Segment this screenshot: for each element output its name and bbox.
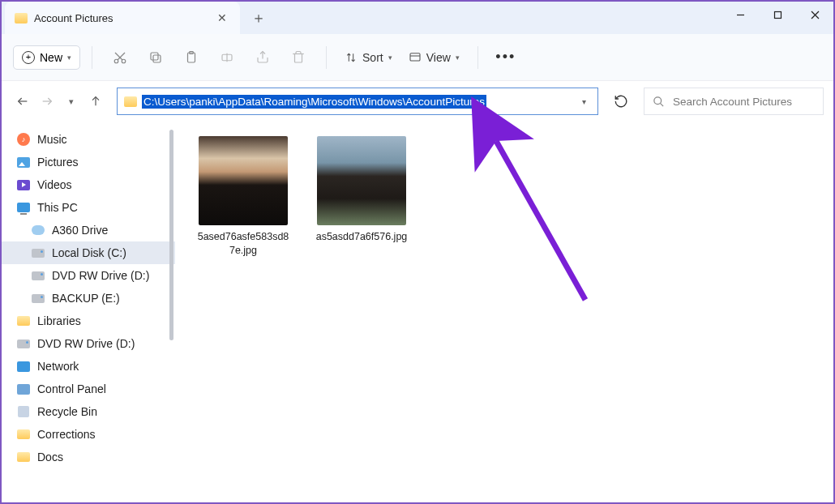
sidebar-item[interactable]: Videos xyxy=(2,173,175,196)
sidebar-item-label: Local Disk (C:) xyxy=(52,246,126,259)
sidebar-item[interactable]: Control Panel xyxy=(2,378,175,400)
thumbnail xyxy=(199,136,288,225)
up-button[interactable] xyxy=(84,88,107,114)
rename-icon xyxy=(220,50,234,65)
paste-button[interactable] xyxy=(175,43,208,72)
sidebar-item[interactable]: DVD RW Drive (D:) xyxy=(2,332,175,355)
maximize-button[interactable] xyxy=(759,2,796,28)
file-list: 5ased76asfe583sd87e.jpg as5asdd7a6f576.j… xyxy=(175,122,833,502)
refresh-button[interactable] xyxy=(605,88,637,115)
delete-icon xyxy=(291,50,306,65)
forward-button[interactable] xyxy=(36,88,58,114)
view-label: View xyxy=(426,51,451,64)
share-button[interactable] xyxy=(246,43,279,72)
sidebar-item[interactable]: Libraries xyxy=(2,310,175,332)
drive-icon xyxy=(16,336,31,351)
back-button[interactable] xyxy=(11,88,34,114)
sidebar-item-label: Music xyxy=(37,133,67,146)
search-icon xyxy=(653,96,665,108)
sidebar-item[interactable]: BACKUP (E:) xyxy=(2,287,175,310)
svg-rect-18 xyxy=(410,53,420,60)
sidebar-item[interactable]: ♪Music xyxy=(2,128,175,151)
address-dropdown-button[interactable]: ▾ xyxy=(577,97,591,106)
address-path: C:\Users\panki\AppData\Roaming\Microsoft… xyxy=(142,95,486,109)
file-item[interactable]: as5asdd7a6f576.jpg xyxy=(313,136,410,244)
svg-rect-9 xyxy=(151,53,158,60)
svg-rect-8 xyxy=(153,55,161,62)
sort-label: Sort xyxy=(362,51,383,64)
sidebar-item[interactable]: Recycle Bin xyxy=(2,400,175,423)
sidebar-item-label: Pictures xyxy=(37,156,79,169)
paste-icon xyxy=(184,50,199,65)
arrow-up-icon xyxy=(89,95,102,108)
command-bar: + New ▾ Sort ▾ View ▾ ••• xyxy=(2,34,833,81)
title-bar: Account Pictures ✕ ＋ xyxy=(2,2,833,34)
scrollbar-thumb[interactable] xyxy=(169,130,173,340)
sidebar-item-label: Recycle Bin xyxy=(37,405,97,418)
sidebar-item-label: Control Panel xyxy=(37,382,106,395)
cloud-icon xyxy=(31,223,45,237)
chevron-down-icon: ▾ xyxy=(388,53,392,62)
close-tab-button[interactable]: ✕ xyxy=(214,11,230,24)
file-item[interactable]: 5ased76asfe583sd87e.jpg xyxy=(195,136,292,258)
music-icon: ♪ xyxy=(16,132,31,147)
sort-button[interactable]: Sort ▾ xyxy=(338,43,399,72)
sidebar-item-label: Videos xyxy=(37,178,72,191)
pc-icon xyxy=(16,200,31,215)
more-options-button[interactable]: ••• xyxy=(490,43,522,72)
sidebar-item[interactable]: Corrections xyxy=(2,423,175,446)
svg-rect-15 xyxy=(295,53,302,62)
minimize-button[interactable] xyxy=(722,2,759,28)
drive-icon xyxy=(31,291,45,305)
plus-icon: + xyxy=(22,51,35,64)
chevron-down-icon: ▾ xyxy=(67,53,71,62)
separator xyxy=(477,46,478,69)
sidebar-item[interactable]: Local Disk (C:) xyxy=(2,241,175,264)
search-box[interactable] xyxy=(644,88,824,115)
sidebar-item[interactable]: Pictures xyxy=(2,151,175,173)
address-bar[interactable]: C:\Users\panki\AppData\Roaming\Microsoft… xyxy=(117,88,598,115)
thumbnail xyxy=(317,136,406,225)
cut-button[interactable] xyxy=(104,43,136,72)
file-name: as5asdd7a6f576.jpg xyxy=(316,230,408,244)
sidebar-item-label: Docs xyxy=(37,451,63,463)
sidebar-item[interactable]: A360 Drive xyxy=(2,219,175,241)
search-input[interactable] xyxy=(673,96,815,108)
view-icon xyxy=(409,51,422,64)
copy-icon xyxy=(148,50,163,65)
new-button[interactable]: + New ▾ xyxy=(13,45,80,70)
drive-icon xyxy=(31,246,45,260)
new-button-label: New xyxy=(40,51,62,64)
file-name: 5ased76asfe583sd87e.jpg xyxy=(195,230,291,258)
sidebar-item[interactable]: Docs xyxy=(2,446,175,468)
cut-icon xyxy=(113,50,127,65)
recent-locations-button[interactable]: ▾ xyxy=(60,88,83,114)
arrow-right-icon xyxy=(41,95,54,108)
view-button[interactable]: View ▾ xyxy=(402,43,466,72)
sidebar-item-label: BACKUP (E:) xyxy=(52,292,120,305)
copy-button[interactable] xyxy=(139,43,172,72)
folder-icon xyxy=(16,427,31,442)
pictures-icon xyxy=(16,155,31,169)
delete-button[interactable] xyxy=(282,43,315,72)
sidebar-item[interactable]: This PC xyxy=(2,196,175,219)
sidebar-item[interactable]: DVD RW Drive (D:) xyxy=(2,264,175,287)
sidebar-item-label: DVD RW Drive (D:) xyxy=(37,337,135,350)
new-tab-button[interactable]: ＋ xyxy=(240,8,277,28)
sidebar-item-label: A360 Drive xyxy=(52,224,108,237)
navigation-pane: ♪MusicPicturesVideosThis PCA360 DriveLoc… xyxy=(2,122,175,502)
window-tab[interactable]: Account Pictures ✕ xyxy=(5,2,240,34)
cpl-icon xyxy=(16,382,31,396)
separator xyxy=(92,46,92,69)
folder-icon xyxy=(16,450,31,464)
maximize-icon xyxy=(773,11,782,19)
sidebar-item[interactable]: Network xyxy=(2,355,175,378)
sidebar-item-label: This PC xyxy=(37,201,78,214)
close-window-button[interactable] xyxy=(796,2,833,28)
bin-icon xyxy=(16,404,31,419)
folder-icon xyxy=(124,96,137,107)
tab-title: Account Pictures xyxy=(34,12,208,24)
scrollbar-track[interactable] xyxy=(164,122,175,502)
rename-button[interactable] xyxy=(211,43,243,72)
videos-icon xyxy=(16,177,31,192)
